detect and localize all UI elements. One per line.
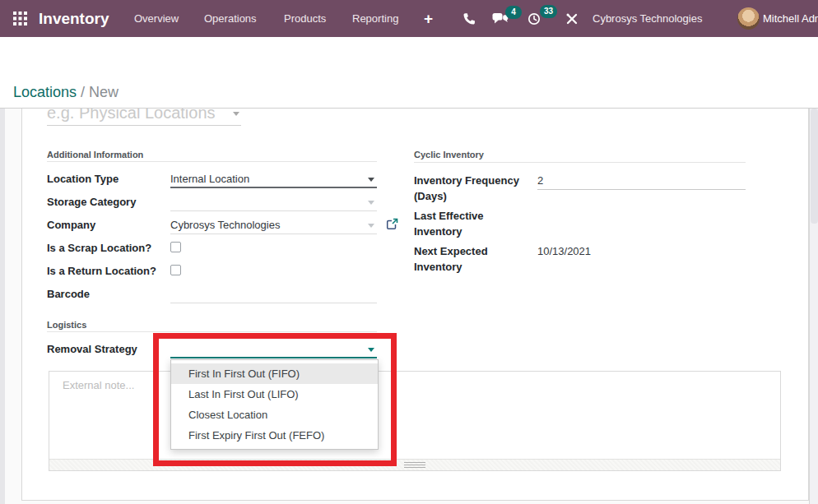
dropdown-option-lifo[interactable]: Last In First Out (LIFO) <box>171 384 378 405</box>
section-divider <box>414 162 746 163</box>
control-panel: Locations / New SAVE DISCARD <box>0 37 818 108</box>
is-return-label: Is a Return Location? <box>47 263 170 278</box>
phone-icon[interactable] <box>462 12 476 25</box>
location-name-placeholder: e.g. Physical Locations <box>47 109 241 125</box>
removal-strategy-label: Removal Strategy <box>47 341 170 356</box>
chevron-down-icon <box>368 178 374 182</box>
inventory-frequency-label: Inventory Frequency (Days) <box>414 173 519 204</box>
breadcrumb-new: New <box>89 84 119 100</box>
clock-icon[interactable] <box>528 12 541 25</box>
is-return-checkbox[interactable] <box>170 265 181 275</box>
location-name-input[interactable]: e.g. Physical Locations <box>47 109 241 126</box>
company-select[interactable]: Cybrosys Technologies <box>170 217 377 234</box>
resize-grip-icon <box>404 462 425 468</box>
form-sheet: e.g. Physical Locations Additional Infor… <box>21 109 809 501</box>
field-row-inventory-frequency: Inventory Frequency (Days) 2 <box>414 173 746 204</box>
inventory-frequency-input[interactable]: 2 <box>537 173 746 190</box>
plus-icon[interactable]: + <box>424 0 433 37</box>
top-navbar: Inventory Overview Operations Products R… <box>0 0 818 37</box>
textarea-resize-bar[interactable] <box>49 459 780 470</box>
nav-overview[interactable]: Overview <box>134 0 179 37</box>
dropdown-option-closest[interactable]: Closest Location <box>171 405 378 425</box>
vertical-scrollbar[interactable] <box>809 109 818 504</box>
location-type-label: Location Type <box>47 171 170 186</box>
storage-category-select[interactable] <box>170 194 377 211</box>
barcode-label: Barcode <box>47 286 170 301</box>
field-row-is-scrap: Is a Scrap Location? <box>47 240 377 263</box>
section-additional-information: Additional Information <box>47 150 143 160</box>
dropdown-option-fifo[interactable]: First In First Out (FIFO) <box>171 363 378 384</box>
removal-strategy-select[interactable] <box>170 341 377 358</box>
last-effective-label: Last Effective Inventory <box>414 208 519 239</box>
nav-operations[interactable]: Operations <box>204 0 257 37</box>
is-scrap-cell <box>170 240 377 257</box>
chevron-down-icon <box>368 348 374 352</box>
section-cyclic-inventory: Cyclic Inventory <box>414 150 746 160</box>
app-title[interactable]: Inventory <box>39 0 109 37</box>
field-row-company: Company Cybrosys Technologies <box>47 217 377 240</box>
content-area: e.g. Physical Locations Additional Infor… <box>0 108 818 504</box>
location-type-select[interactable]: Internal Location <box>170 171 377 188</box>
chevron-down-icon <box>233 112 239 116</box>
next-expected-label: Next Expected Inventory <box>414 243 519 275</box>
section-divider <box>47 331 377 332</box>
field-row-barcode: Barcode <box>47 286 377 309</box>
inventory-frequency-value: 2 <box>537 174 543 187</box>
removal-strategy-dropdown: First In First Out (FIFO) Last In First … <box>170 359 379 450</box>
chevron-down-icon <box>368 201 374 205</box>
external-note-textarea[interactable]: External note... <box>49 371 781 471</box>
section-divider <box>47 161 377 162</box>
nav-products[interactable]: Products <box>284 0 326 37</box>
left-column: Location Type Internal Location Storage … <box>47 171 377 309</box>
external-note-placeholder: External note... <box>63 379 134 391</box>
crossed-tools-icon[interactable] <box>565 12 579 25</box>
location-type-value: Internal Location <box>170 173 249 185</box>
app-window: Inventory Overview Operations Products R… <box>0 0 818 504</box>
breadcrumb: Locations / New <box>13 84 119 101</box>
company-label: Company <box>47 217 170 232</box>
is-scrap-checkbox[interactable] <box>170 242 181 252</box>
user-menu[interactable]: Mitchell Admin <box>763 0 818 37</box>
last-effective-value[interactable] <box>537 208 746 225</box>
activities-count-badge[interactable]: 33 <box>540 5 557 18</box>
company-value: Cybrosys Technologies <box>170 219 280 231</box>
external-link-icon[interactable] <box>386 218 398 234</box>
nav-reporting[interactable]: Reporting <box>352 0 398 37</box>
is-return-cell <box>170 263 377 280</box>
breadcrumb-locations[interactable]: Locations <box>13 84 77 100</box>
next-expected-value: 10/13/2021 <box>537 243 746 261</box>
field-row-storage-category: Storage Category <box>47 194 377 217</box>
chevron-down-icon <box>368 224 374 228</box>
scrollbar-thumb[interactable] <box>811 109 818 224</box>
field-row-location-type: Location Type Internal Location <box>47 171 377 194</box>
field-row-is-return: Is a Return Location? <box>47 263 377 286</box>
right-column: Cyclic Inventory Inventory Frequency (Da… <box>414 150 746 279</box>
dropdown-option-fefo[interactable]: First Expiry First Out (FEFO) <box>171 425 378 446</box>
section-logistics: Logistics <box>47 320 86 330</box>
user-avatar[interactable] <box>737 7 760 30</box>
apps-grid-icon[interactable] <box>13 12 27 25</box>
field-row-last-effective: Last Effective Inventory <box>414 208 746 239</box>
is-scrap-label: Is a Scrap Location? <box>47 240 170 255</box>
active-company[interactable]: Cybrosys Technologies <box>593 0 702 37</box>
field-row-next-expected: Next Expected Inventory 10/13/2021 <box>414 243 746 275</box>
barcode-input[interactable] <box>170 286 377 303</box>
breadcrumb-separator: / <box>77 84 89 100</box>
storage-category-label: Storage Category <box>47 194 170 209</box>
messages-count-badge[interactable]: 4 <box>505 6 522 19</box>
left-margin-strip <box>0 109 5 504</box>
